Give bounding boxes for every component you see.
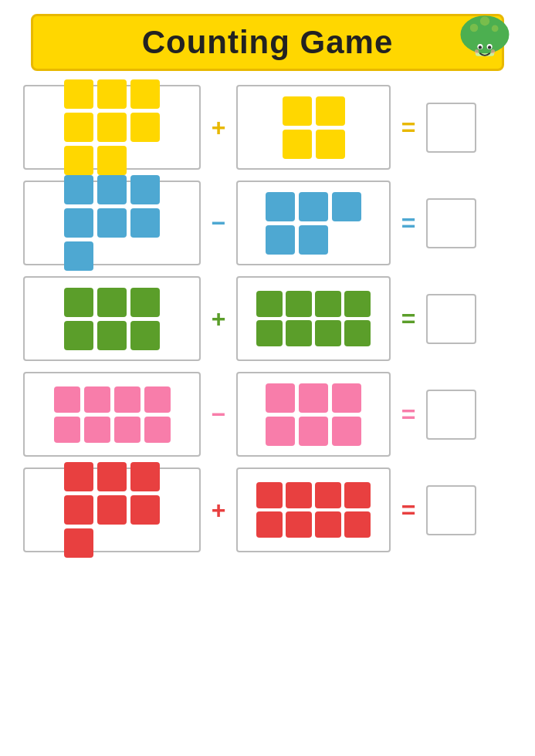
square [144,417,171,443]
left-box-2 [23,181,201,265]
square [266,192,295,221]
answer-box-3[interactable] [426,294,476,344]
square [266,383,295,413]
square [283,96,312,126]
header: Counting Game [31,14,504,71]
square [64,321,93,350]
square [315,291,341,317]
equals-1: = [397,113,420,142]
square [97,79,127,109]
right-grid-3 [256,291,371,346]
square [344,482,371,508]
right-box-3 [236,276,391,361]
square [130,113,160,142]
square [64,79,93,109]
square [256,320,283,346]
equals-4: = [397,400,420,429]
page-title: Counting Game [142,24,394,60]
square [84,417,110,443]
square [299,417,328,446]
left-grid-2 [64,175,160,271]
svg-point-9 [475,49,479,53]
operator-2: − [207,209,230,238]
square [114,386,141,413]
right-box-5 [236,467,391,552]
left-box-3 [23,276,201,361]
square [64,146,93,175]
square [266,417,295,446]
square [144,386,171,413]
square [299,383,328,413]
square [97,113,127,142]
right-grid-1 [283,96,345,159]
answer-box-5[interactable] [426,485,476,535]
left-grid-5 [64,462,160,558]
svg-point-10 [491,49,495,53]
square [344,291,371,317]
answer-box-2[interactable] [426,198,476,248]
svg-point-7 [479,46,482,49]
square [266,225,295,255]
right-grid-5 [256,482,371,538]
square [130,79,160,109]
square [97,208,127,238]
square [315,320,341,346]
square [316,96,345,126]
operator-5: + [207,496,230,525]
square [130,321,160,350]
operator-1: + [207,113,230,142]
square [97,288,127,317]
square [286,482,312,508]
right-box-1 [236,85,391,170]
square [332,417,361,446]
square [286,320,312,346]
square [64,113,93,142]
square [97,462,127,491]
square [299,225,328,255]
equals-5: = [397,496,420,525]
left-grid-3 [64,288,160,350]
square [344,320,371,346]
square [130,495,160,525]
equation-row-5: + = [23,467,512,552]
square [256,291,283,317]
square [97,146,127,175]
square [283,130,312,159]
equals-2: = [397,209,420,238]
square [315,482,341,508]
mushroom-character [458,6,512,60]
square [114,417,141,443]
square [97,495,127,525]
square [130,208,160,238]
square [286,511,312,538]
equations-container: + = − [23,85,512,552]
answer-box-4[interactable] [426,390,476,440]
left-grid-4 [54,386,171,443]
square [64,241,93,271]
operator-4: − [207,400,230,429]
answer-box-1[interactable] [426,103,476,153]
square [54,417,80,443]
square [130,462,160,491]
square [286,291,312,317]
square [64,462,93,491]
equation-row-1: + = [23,85,512,170]
equation-row-4: − = [23,372,512,457]
svg-point-2 [470,24,479,32]
square [97,175,127,204]
equation-row-3: + = [23,276,512,361]
svg-point-4 [492,25,499,32]
svg-point-8 [488,46,491,49]
right-box-2 [236,181,391,265]
square [54,386,80,413]
equals-3: = [397,305,420,333]
square [64,495,93,525]
square [256,511,283,538]
square [97,321,127,350]
square [130,288,160,317]
left-box-5 [23,467,201,552]
square [315,511,341,538]
square [130,175,160,204]
square [64,175,93,204]
equation-row-2: − = [23,181,512,265]
